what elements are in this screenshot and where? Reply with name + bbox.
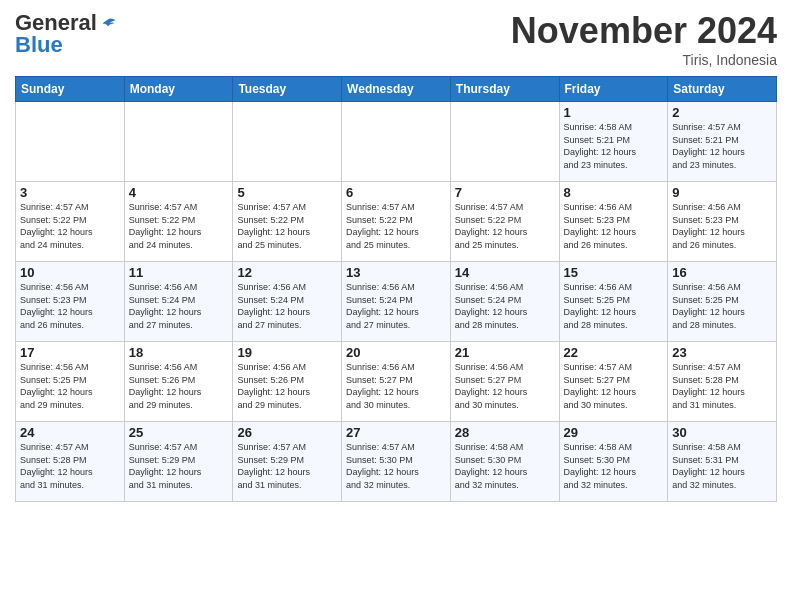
day-number: 17 bbox=[20, 345, 120, 360]
calendar-week-row: 10Sunrise: 4:56 AM Sunset: 5:23 PM Dayli… bbox=[16, 262, 777, 342]
day-info: Sunrise: 4:57 AM Sunset: 5:22 PM Dayligh… bbox=[20, 201, 120, 251]
calendar-cell: 15Sunrise: 4:56 AM Sunset: 5:25 PM Dayli… bbox=[559, 262, 668, 342]
calendar-body: 1Sunrise: 4:58 AM Sunset: 5:21 PM Daylig… bbox=[16, 102, 777, 502]
weekday-header-wednesday: Wednesday bbox=[342, 77, 451, 102]
calendar-cell: 11Sunrise: 4:56 AM Sunset: 5:24 PM Dayli… bbox=[124, 262, 233, 342]
calendar-cell: 30Sunrise: 4:58 AM Sunset: 5:31 PM Dayli… bbox=[668, 422, 777, 502]
day-info: Sunrise: 4:57 AM Sunset: 5:22 PM Dayligh… bbox=[346, 201, 446, 251]
calendar-cell: 7Sunrise: 4:57 AM Sunset: 5:22 PM Daylig… bbox=[450, 182, 559, 262]
logo: General Blue bbox=[15, 10, 117, 58]
calendar-week-row: 17Sunrise: 4:56 AM Sunset: 5:25 PM Dayli… bbox=[16, 342, 777, 422]
title-block: November 2024 Tiris, Indonesia bbox=[511, 10, 777, 68]
weekday-header-monday: Monday bbox=[124, 77, 233, 102]
day-info: Sunrise: 4:56 AM Sunset: 5:27 PM Dayligh… bbox=[346, 361, 446, 411]
day-number: 24 bbox=[20, 425, 120, 440]
day-info: Sunrise: 4:57 AM Sunset: 5:29 PM Dayligh… bbox=[129, 441, 229, 491]
calendar-cell: 25Sunrise: 4:57 AM Sunset: 5:29 PM Dayli… bbox=[124, 422, 233, 502]
day-info: Sunrise: 4:56 AM Sunset: 5:25 PM Dayligh… bbox=[672, 281, 772, 331]
day-info: Sunrise: 4:56 AM Sunset: 5:25 PM Dayligh… bbox=[564, 281, 664, 331]
day-info: Sunrise: 4:56 AM Sunset: 5:27 PM Dayligh… bbox=[455, 361, 555, 411]
calendar-cell: 18Sunrise: 4:56 AM Sunset: 5:26 PM Dayli… bbox=[124, 342, 233, 422]
day-number: 30 bbox=[672, 425, 772, 440]
day-number: 23 bbox=[672, 345, 772, 360]
day-info: Sunrise: 4:56 AM Sunset: 5:26 PM Dayligh… bbox=[237, 361, 337, 411]
calendar-cell: 10Sunrise: 4:56 AM Sunset: 5:23 PM Dayli… bbox=[16, 262, 125, 342]
weekday-header-thursday: Thursday bbox=[450, 77, 559, 102]
day-info: Sunrise: 4:57 AM Sunset: 5:22 PM Dayligh… bbox=[455, 201, 555, 251]
day-number: 22 bbox=[564, 345, 664, 360]
calendar-cell: 16Sunrise: 4:56 AM Sunset: 5:25 PM Dayli… bbox=[668, 262, 777, 342]
day-info: Sunrise: 4:57 AM Sunset: 5:29 PM Dayligh… bbox=[237, 441, 337, 491]
day-info: Sunrise: 4:56 AM Sunset: 5:23 PM Dayligh… bbox=[564, 201, 664, 251]
calendar-cell: 6Sunrise: 4:57 AM Sunset: 5:22 PM Daylig… bbox=[342, 182, 451, 262]
day-number: 7 bbox=[455, 185, 555, 200]
weekday-header-sunday: Sunday bbox=[16, 77, 125, 102]
day-number: 25 bbox=[129, 425, 229, 440]
calendar-cell: 23Sunrise: 4:57 AM Sunset: 5:28 PM Dayli… bbox=[668, 342, 777, 422]
day-info: Sunrise: 4:58 AM Sunset: 5:21 PM Dayligh… bbox=[564, 121, 664, 171]
day-number: 11 bbox=[129, 265, 229, 280]
day-info: Sunrise: 4:56 AM Sunset: 5:24 PM Dayligh… bbox=[129, 281, 229, 331]
calendar-cell bbox=[124, 102, 233, 182]
calendar-cell: 22Sunrise: 4:57 AM Sunset: 5:27 PM Dayli… bbox=[559, 342, 668, 422]
logo-blue: Blue bbox=[15, 32, 117, 58]
day-info: Sunrise: 4:57 AM Sunset: 5:27 PM Dayligh… bbox=[564, 361, 664, 411]
day-number: 20 bbox=[346, 345, 446, 360]
calendar-cell bbox=[16, 102, 125, 182]
weekday-header-friday: Friday bbox=[559, 77, 668, 102]
day-info: Sunrise: 4:56 AM Sunset: 5:23 PM Dayligh… bbox=[20, 281, 120, 331]
day-number: 3 bbox=[20, 185, 120, 200]
day-info: Sunrise: 4:56 AM Sunset: 5:24 PM Dayligh… bbox=[346, 281, 446, 331]
day-info: Sunrise: 4:57 AM Sunset: 5:30 PM Dayligh… bbox=[346, 441, 446, 491]
calendar-cell: 9Sunrise: 4:56 AM Sunset: 5:23 PM Daylig… bbox=[668, 182, 777, 262]
month-title: November 2024 bbox=[511, 10, 777, 52]
day-number: 12 bbox=[237, 265, 337, 280]
header: General Blue November 2024 Tiris, Indone… bbox=[15, 10, 777, 68]
day-info: Sunrise: 4:58 AM Sunset: 5:30 PM Dayligh… bbox=[455, 441, 555, 491]
day-number: 2 bbox=[672, 105, 772, 120]
calendar-table: SundayMondayTuesdayWednesdayThursdayFrid… bbox=[15, 76, 777, 502]
calendar-cell: 14Sunrise: 4:56 AM Sunset: 5:24 PM Dayli… bbox=[450, 262, 559, 342]
calendar-cell: 24Sunrise: 4:57 AM Sunset: 5:28 PM Dayli… bbox=[16, 422, 125, 502]
day-info: Sunrise: 4:57 AM Sunset: 5:22 PM Dayligh… bbox=[237, 201, 337, 251]
day-number: 4 bbox=[129, 185, 229, 200]
day-info: Sunrise: 4:57 AM Sunset: 5:28 PM Dayligh… bbox=[672, 361, 772, 411]
calendar-cell: 29Sunrise: 4:58 AM Sunset: 5:30 PM Dayli… bbox=[559, 422, 668, 502]
day-number: 5 bbox=[237, 185, 337, 200]
main-container: General Blue November 2024 Tiris, Indone… bbox=[0, 0, 792, 507]
calendar-cell bbox=[342, 102, 451, 182]
day-info: Sunrise: 4:58 AM Sunset: 5:31 PM Dayligh… bbox=[672, 441, 772, 491]
day-number: 16 bbox=[672, 265, 772, 280]
calendar-week-row: 24Sunrise: 4:57 AM Sunset: 5:28 PM Dayli… bbox=[16, 422, 777, 502]
calendar-cell: 12Sunrise: 4:56 AM Sunset: 5:24 PM Dayli… bbox=[233, 262, 342, 342]
day-number: 26 bbox=[237, 425, 337, 440]
calendar-cell: 26Sunrise: 4:57 AM Sunset: 5:29 PM Dayli… bbox=[233, 422, 342, 502]
day-info: Sunrise: 4:56 AM Sunset: 5:25 PM Dayligh… bbox=[20, 361, 120, 411]
calendar-cell: 8Sunrise: 4:56 AM Sunset: 5:23 PM Daylig… bbox=[559, 182, 668, 262]
calendar-week-row: 3Sunrise: 4:57 AM Sunset: 5:22 PM Daylig… bbox=[16, 182, 777, 262]
calendar-cell: 1Sunrise: 4:58 AM Sunset: 5:21 PM Daylig… bbox=[559, 102, 668, 182]
day-number: 10 bbox=[20, 265, 120, 280]
location: Tiris, Indonesia bbox=[511, 52, 777, 68]
day-info: Sunrise: 4:56 AM Sunset: 5:24 PM Dayligh… bbox=[237, 281, 337, 331]
day-number: 28 bbox=[455, 425, 555, 440]
calendar-cell: 2Sunrise: 4:57 AM Sunset: 5:21 PM Daylig… bbox=[668, 102, 777, 182]
calendar-week-row: 1Sunrise: 4:58 AM Sunset: 5:21 PM Daylig… bbox=[16, 102, 777, 182]
day-number: 27 bbox=[346, 425, 446, 440]
day-info: Sunrise: 4:56 AM Sunset: 5:24 PM Dayligh… bbox=[455, 281, 555, 331]
calendar-cell: 20Sunrise: 4:56 AM Sunset: 5:27 PM Dayli… bbox=[342, 342, 451, 422]
calendar-cell: 4Sunrise: 4:57 AM Sunset: 5:22 PM Daylig… bbox=[124, 182, 233, 262]
day-info: Sunrise: 4:57 AM Sunset: 5:22 PM Dayligh… bbox=[129, 201, 229, 251]
calendar-cell: 21Sunrise: 4:56 AM Sunset: 5:27 PM Dayli… bbox=[450, 342, 559, 422]
calendar-cell: 3Sunrise: 4:57 AM Sunset: 5:22 PM Daylig… bbox=[16, 182, 125, 262]
day-number: 29 bbox=[564, 425, 664, 440]
day-number: 18 bbox=[129, 345, 229, 360]
day-number: 21 bbox=[455, 345, 555, 360]
day-number: 13 bbox=[346, 265, 446, 280]
calendar-cell: 17Sunrise: 4:56 AM Sunset: 5:25 PM Dayli… bbox=[16, 342, 125, 422]
day-number: 15 bbox=[564, 265, 664, 280]
day-info: Sunrise: 4:56 AM Sunset: 5:26 PM Dayligh… bbox=[129, 361, 229, 411]
calendar-cell bbox=[233, 102, 342, 182]
calendar-cell: 28Sunrise: 4:58 AM Sunset: 5:30 PM Dayli… bbox=[450, 422, 559, 502]
calendar-cell: 27Sunrise: 4:57 AM Sunset: 5:30 PM Dayli… bbox=[342, 422, 451, 502]
